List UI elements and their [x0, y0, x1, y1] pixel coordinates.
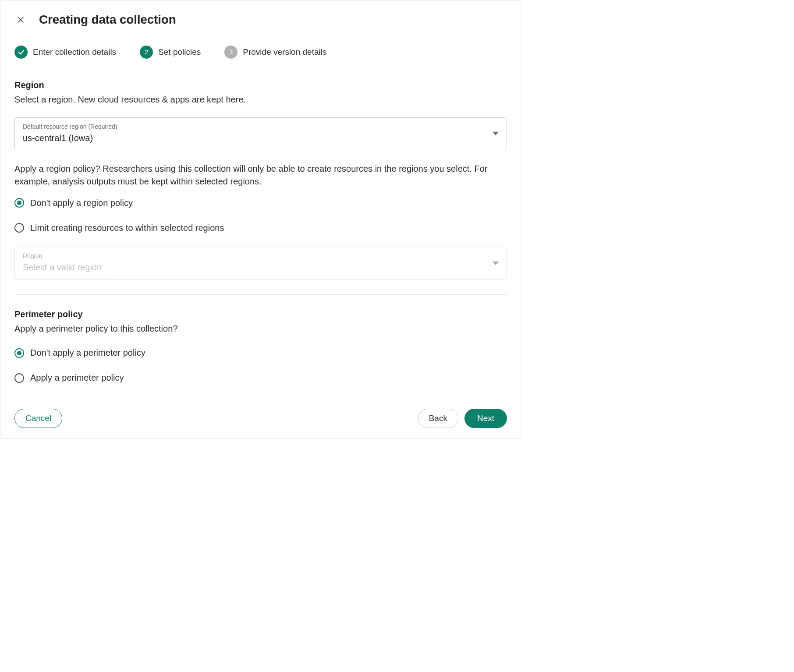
- dialog-title: Creating data collection: [39, 11, 176, 29]
- radio-label: Apply a perimeter policy: [30, 371, 124, 384]
- close-icon: [16, 15, 25, 24]
- region-policy-prompt: Apply a region policy? Researchers using…: [14, 163, 507, 188]
- back-button[interactable]: Back: [418, 409, 458, 428]
- step-circle-done: [14, 46, 28, 59]
- dialog-footer: Cancel Back Next: [0, 400, 521, 439]
- select-float-label: Default resource region (Required): [23, 122, 499, 131]
- perimeter-section-title: Perimeter policy: [14, 308, 507, 321]
- step-label: Provide version details: [243, 46, 326, 58]
- radio-icon: [14, 223, 24, 233]
- check-icon: [17, 48, 25, 56]
- radio-region-none[interactable]: Don't apply a region policy: [14, 197, 507, 209]
- default-region-select[interactable]: Default resource region (Required) us-ce…: [14, 117, 507, 150]
- step-label: Enter collection details: [33, 46, 116, 58]
- radio-icon: [14, 348, 24, 358]
- dialog-header: Creating data collection: [0, 0, 521, 32]
- radio-region-limit[interactable]: Limit creating resources to within selec…: [14, 222, 507, 234]
- close-button[interactable]: [14, 14, 27, 26]
- limit-region-select: Region Select a valid region: [14, 247, 507, 279]
- region-section-desc: Select a region. New cloud resources & a…: [14, 93, 507, 106]
- next-button[interactable]: Next: [464, 409, 507, 428]
- radio-perimeter-none[interactable]: Don't apply a perimeter policy: [14, 347, 507, 359]
- step-connector: [207, 52, 218, 52]
- step-2: 2 Set policies: [140, 46, 201, 59]
- cancel-button[interactable]: Cancel: [14, 409, 62, 428]
- select-value: us-central1 (Iowa): [23, 132, 499, 145]
- radio-perimeter-apply[interactable]: Apply a perimeter policy: [14, 371, 507, 384]
- step-label: Set policies: [158, 46, 201, 58]
- radio-icon: [14, 198, 24, 208]
- step-3: 3 Provide version details: [224, 46, 326, 59]
- perimeter-section-prompt: Apply a perimeter policy to this collect…: [14, 322, 507, 335]
- radio-icon: [14, 373, 24, 383]
- content-scroll[interactable]: Region Select a region. New cloud resour…: [0, 66, 521, 400]
- step-circle-active: 2: [140, 46, 153, 59]
- region-section-title: Region: [14, 79, 507, 92]
- dialog: Creating data collection Enter collectio…: [0, 0, 521, 439]
- caret-down-icon: [493, 260, 499, 266]
- section-divider: [14, 294, 507, 295]
- select-placeholder: Select a valid region: [23, 261, 499, 274]
- step-connector: [122, 52, 134, 52]
- radio-label: Don't apply a perimeter policy: [30, 347, 145, 359]
- radio-label: Don't apply a region policy: [30, 197, 133, 209]
- step-1: Enter collection details: [14, 46, 116, 59]
- radio-label: Limit creating resources to within selec…: [30, 222, 224, 234]
- stepper: Enter collection details 2 Set policies …: [0, 32, 521, 66]
- select-float-label: Region: [23, 251, 499, 260]
- step-circle-pending: 3: [224, 46, 237, 59]
- caret-down-icon: [493, 131, 499, 137]
